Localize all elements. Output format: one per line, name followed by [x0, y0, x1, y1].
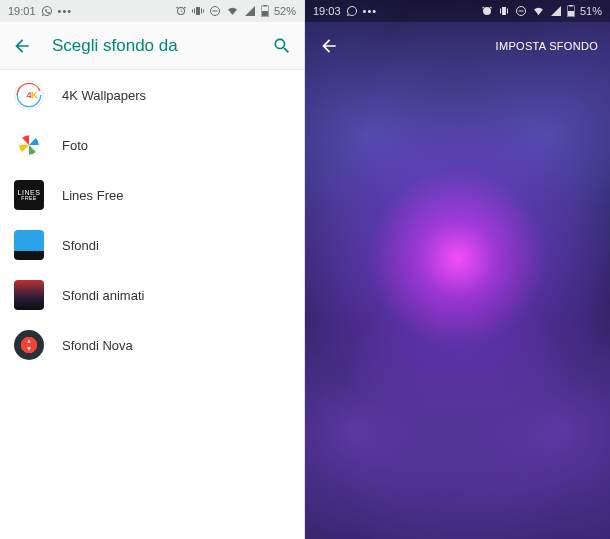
screen-wallpaper-picker: 19:01 ••• 52% Scegli sfondo da [0, 0, 305, 539]
whatsapp-icon [346, 5, 358, 17]
battery-icon [261, 5, 269, 17]
status-bar: 19:01 ••• 52% [0, 0, 304, 22]
svg-text:K: K [31, 90, 38, 100]
app-bar: Scegli sfondo da [0, 22, 304, 70]
svg-rect-14 [568, 11, 574, 16]
wallpaper-preview-image[interactable] [305, 0, 610, 539]
vibrate-icon [498, 5, 510, 17]
source-sfondi-animati[interactable]: Sfondi animati [0, 270, 304, 320]
list-item-label: Sfondi [62, 238, 99, 253]
status-time: 19:01 [8, 5, 36, 17]
battery-text: 52% [274, 5, 296, 17]
app-icon-photos [14, 130, 44, 160]
source-sfondi[interactable]: Sfondi [0, 220, 304, 270]
list-item-label: Foto [62, 138, 88, 153]
app-icon-live-wallpapers [14, 280, 44, 310]
alarm-icon [175, 5, 187, 17]
list-item-label: Sfondi animati [62, 288, 144, 303]
list-item-label: 4K Wallpapers [62, 88, 146, 103]
svg-rect-4 [262, 11, 268, 16]
svg-point-9 [27, 343, 31, 347]
svg-rect-1 [212, 11, 217, 12]
source-4k-wallpapers[interactable]: 4K 4K Wallpapers [0, 70, 304, 120]
vibrate-icon [192, 5, 204, 17]
wifi-icon [532, 5, 545, 17]
signal-icon [550, 5, 562, 17]
app-icon-wallpapers [14, 230, 44, 260]
wallpaper-source-list: 4K 4K Wallpapers Foto LINESFREE Lines Fr… [0, 70, 304, 370]
more-icon: ••• [58, 5, 73, 17]
more-icon: ••• [363, 5, 378, 17]
page-title: Scegli sfondo da [52, 36, 270, 56]
signal-icon [244, 5, 256, 17]
battery-text: 51% [580, 5, 602, 17]
search-button[interactable] [270, 34, 294, 58]
source-lines-free[interactable]: LINESFREE Lines Free [0, 170, 304, 220]
app-icon-4k: 4K [14, 80, 44, 110]
back-button[interactable] [317, 34, 341, 58]
source-sfondi-nova[interactable]: Sfondi Nova [0, 320, 304, 370]
list-item-label: Lines Free [62, 188, 123, 203]
app-icon-nova [14, 330, 44, 360]
alarm-icon [481, 5, 493, 17]
svg-rect-11 [518, 11, 523, 12]
battery-icon [567, 5, 575, 17]
status-bar: 19:03 ••• 51% [305, 0, 610, 22]
svg-rect-3 [263, 5, 266, 7]
app-icon-lines: LINESFREE [14, 180, 44, 210]
source-foto[interactable]: Foto [0, 120, 304, 170]
status-time: 19:03 [313, 5, 341, 17]
dnd-icon [209, 5, 221, 17]
whatsapp-icon [41, 5, 53, 17]
screen-wallpaper-preview: 19:03 ••• 51% [305, 0, 610, 539]
list-item-label: Sfondi Nova [62, 338, 133, 353]
dnd-icon [515, 5, 527, 17]
back-button[interactable] [10, 34, 34, 58]
wifi-icon [226, 5, 239, 17]
svg-rect-13 [569, 5, 572, 7]
set-wallpaper-button[interactable]: IMPOSTA SFONDO [496, 40, 598, 52]
